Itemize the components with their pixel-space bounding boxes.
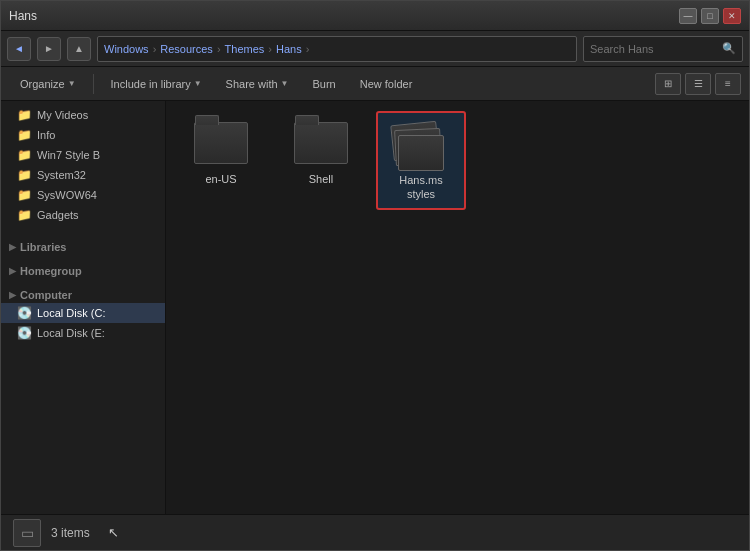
folder-icon: 📁 bbox=[17, 188, 32, 202]
expand-icon: ▶ bbox=[9, 242, 16, 252]
folder-en-us-icon bbox=[191, 118, 251, 168]
file-label-en-us: en-US bbox=[205, 172, 236, 186]
title-bar: Hans — □ ✕ bbox=[1, 1, 749, 31]
library-dropdown-arrow: ▼ bbox=[194, 79, 202, 88]
sidebar-libraries-header[interactable]: ▶ Libraries bbox=[1, 237, 165, 255]
toolbar: Organize ▼ Include in library ▼ Share wi… bbox=[1, 67, 749, 101]
file-item-en-us[interactable]: en-US bbox=[176, 111, 266, 210]
sidebar-item-local-disk-e[interactable]: 💽 Local Disk (E: bbox=[1, 323, 165, 343]
folder-icon: 📁 bbox=[17, 208, 32, 222]
breadcrumb-resources[interactable]: Resources bbox=[160, 43, 213, 55]
sidebar-item-system32[interactable]: 📁 System32 bbox=[1, 165, 165, 185]
include-in-library-button[interactable]: Include in library ▼ bbox=[100, 71, 213, 97]
cursor-icon: ↖ bbox=[108, 525, 119, 540]
sidebar-item-my-videos[interactable]: 📁 My Videos bbox=[1, 105, 165, 125]
file-item-shell[interactable]: Shell bbox=[276, 111, 366, 210]
main-area: 📁 My Videos 📁 Info 📁 Win7 Style B 📁 Syst… bbox=[1, 101, 749, 514]
share-dropdown-arrow: ▼ bbox=[281, 79, 289, 88]
folder-icon: 📁 bbox=[17, 108, 32, 122]
folder-icon: 📁 bbox=[17, 168, 32, 182]
sidebar-homegroup-header[interactable]: ▶ Homegroup bbox=[1, 261, 165, 279]
sidebar-item-info[interactable]: 📁 Info bbox=[1, 125, 165, 145]
window-controls: — □ ✕ bbox=[679, 8, 741, 24]
drive-icon: 💽 bbox=[17, 306, 32, 320]
file-label-shell: Shell bbox=[309, 172, 333, 186]
folder-icon: 📁 bbox=[17, 148, 32, 162]
search-input[interactable] bbox=[590, 43, 718, 55]
file-label-hans-msstyles: Hans.msstyles bbox=[399, 173, 442, 202]
status-bar: ▭ 3 items ↖ bbox=[1, 514, 749, 550]
window: Hans — □ ✕ ◄ ► ▲ Windows › Resources › T… bbox=[0, 0, 750, 551]
sidebar-computer-header[interactable]: ▶ Computer bbox=[1, 285, 165, 303]
new-folder-button[interactable]: New folder bbox=[349, 71, 424, 97]
view-list-button[interactable]: ☰ bbox=[685, 73, 711, 95]
toolbar-right: ⊞ ☰ ≡ bbox=[655, 73, 741, 95]
toolbar-separator-1 bbox=[93, 74, 94, 94]
address-bar: ◄ ► ▲ Windows › Resources › Themes › Han… bbox=[1, 31, 749, 67]
item-count: 3 items bbox=[51, 526, 90, 540]
organize-button[interactable]: Organize ▼ bbox=[9, 71, 87, 97]
burn-button[interactable]: Burn bbox=[301, 71, 346, 97]
window-title: Hans bbox=[9, 9, 679, 23]
search-box[interactable]: 🔍 bbox=[583, 36, 743, 62]
file-area: en-US Shell Hans.msstyles bbox=[166, 101, 749, 514]
sidebar-item-local-disk-c[interactable]: 💽 Local Disk (C: bbox=[1, 303, 165, 323]
folder-shell-icon bbox=[291, 118, 351, 168]
sidebar-item-gadgets[interactable]: 📁 Gadgets bbox=[1, 205, 165, 225]
forward-button[interactable]: ► bbox=[37, 37, 61, 61]
drive-icon: 💽 bbox=[17, 326, 32, 340]
sidebar-item-win7-style[interactable]: 📁 Win7 Style B bbox=[1, 145, 165, 165]
expand-icon: ▶ bbox=[9, 290, 16, 300]
breadcrumb-themes[interactable]: Themes bbox=[225, 43, 265, 55]
up-button[interactable]: ▲ bbox=[67, 37, 91, 61]
status-icon: ▭ bbox=[13, 519, 41, 547]
expand-icon: ▶ bbox=[9, 266, 16, 276]
close-button[interactable]: ✕ bbox=[723, 8, 741, 24]
folder-icon: 📁 bbox=[17, 128, 32, 142]
breadcrumb[interactable]: Windows › Resources › Themes › Hans › bbox=[97, 36, 577, 62]
file-item-hans-msstyles[interactable]: Hans.msstyles bbox=[376, 111, 466, 210]
breadcrumb-windows[interactable]: Windows bbox=[104, 43, 149, 55]
organize-dropdown-arrow: ▼ bbox=[68, 79, 76, 88]
minimize-button[interactable]: — bbox=[679, 8, 697, 24]
view-large-icon-button[interactable]: ⊞ bbox=[655, 73, 681, 95]
maximize-button[interactable]: □ bbox=[701, 8, 719, 24]
msstyles-icon bbox=[391, 119, 451, 169]
breadcrumb-hans[interactable]: Hans bbox=[276, 43, 302, 55]
sidebar-item-syswow64[interactable]: 📁 SysWOW64 bbox=[1, 185, 165, 205]
back-button[interactable]: ◄ bbox=[7, 37, 31, 61]
view-details-button[interactable]: ≡ bbox=[715, 73, 741, 95]
search-icon: 🔍 bbox=[722, 42, 736, 55]
share-with-button[interactable]: Share with ▼ bbox=[215, 71, 300, 97]
sidebar: 📁 My Videos 📁 Info 📁 Win7 Style B 📁 Syst… bbox=[1, 101, 166, 514]
